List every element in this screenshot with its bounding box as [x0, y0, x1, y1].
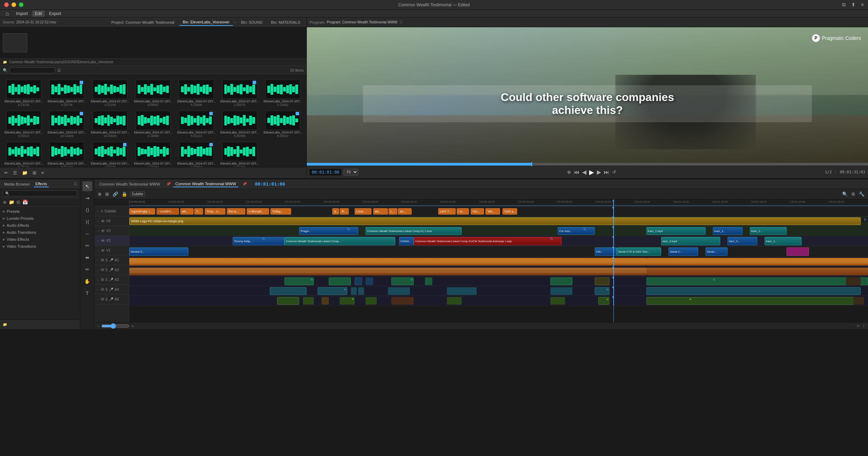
solo-icon[interactable]: S — [105, 288, 108, 291]
subtitle-clip-18[interactable]: 'We... — [485, 208, 500, 215]
list-item[interactable]: ElevenLabs_2024-07-25T... 5:01192 — [46, 140, 88, 167]
list-item[interactable]: ElevenLabs_2024-07-25T... 4:18735 — [46, 78, 88, 108]
text-tool-button[interactable]: T — [82, 288, 92, 298]
effects-grid-icon[interactable]: ⊞ — [16, 200, 20, 205]
add-marker-icon[interactable]: ⊕ — [567, 169, 571, 175]
mute-icon[interactable]: M — [101, 288, 104, 291]
video-clip-v3-6[interactable]: Kam_1... — [750, 227, 787, 235]
audio-clip-a3-6[interactable] — [425, 277, 432, 285]
ripple-edit-tool-button[interactable]: ⟨⟩ — [82, 205, 92, 215]
mute-icon[interactable]: M — [101, 278, 104, 282]
audio-clip-a1-1[interactable] — [129, 258, 646, 266]
subtitle-clip-8[interactable]: Today... — [270, 208, 291, 215]
video-clip-v3-5[interactable]: Kam_1... — [713, 227, 743, 235]
audio-input-icon[interactable]: 🎤 — [109, 297, 113, 301]
timeline-tab-seq1[interactable]: Common Wealth Testimonial WWW — [97, 181, 162, 187]
share-icon[interactable]: ⬆ — [851, 2, 855, 8]
mute-icon[interactable]: M — [101, 258, 104, 262]
effects-folder-icon[interactable]: 📁 — [9, 200, 14, 205]
audio-input-icon[interactable]: 🎤 — [109, 288, 113, 291]
pen-tool-button[interactable]: ✏ — [82, 265, 92, 274]
program-panel-menu[interactable]: ☰ — [399, 20, 403, 24]
track-select-tool-button[interactable]: ⇥ — [82, 193, 92, 203]
subtitle-clip-15[interactable]: Let's T... — [438, 208, 456, 215]
program-timecode[interactable]: 00:01:01:06 — [310, 169, 341, 175]
subtitle-clip-7[interactable]: A disrupti... — [247, 208, 269, 215]
audio-clip-a5-6[interactable] — [391, 297, 413, 305]
timeline-caption-btn[interactable]: Subtitle — [130, 191, 145, 197]
source-pencil-icon[interactable]: ✏ — [3, 169, 9, 176]
audio-clip-a4-2[interactable]: fx — [318, 287, 347, 295]
effects-calendar-icon[interactable]: 📅 — [22, 200, 28, 205]
frame-forward-icon[interactable]: ▶ — [597, 169, 601, 175]
frame-back-icon[interactable]: ◀ — [582, 169, 586, 175]
list-item[interactable]: ElevenLabs_2024-07-25T... 5:23130 — [3, 140, 45, 167]
source-folder-icon[interactable]: 📁 — [21, 169, 29, 176]
video-clip-v2-6[interactable]: kam_3... — [728, 237, 757, 245]
list-item[interactable]: ElevenLabs_2024-07-25T... 1:21713 — [219, 140, 261, 167]
subtitle-clip-2[interactable]: I couldn't... — [157, 208, 179, 215]
audio-clip-a4-5[interactable] — [388, 287, 410, 295]
subtitle-clip-5[interactable]: Tony... o... — [205, 208, 225, 215]
effects-panel-menu[interactable]: ☰ — [74, 182, 77, 186]
mute-icon[interactable]: M — [101, 268, 104, 272]
import-menu-item[interactable]: Import — [13, 10, 31, 17]
minimize-button[interactable] — [12, 2, 16, 7]
timeline-settings-icon[interactable]: ⚙ — [851, 191, 856, 197]
timeline-tab-pin2[interactable]: 📌 — [243, 182, 247, 186]
audio-clip-a5-2[interactable] — [303, 297, 314, 305]
tab-effects[interactable]: Effects — [34, 181, 48, 187]
subtitle-clip-17[interactable]: You... — [471, 208, 484, 215]
zoom-in-icon[interactable]: + — [131, 324, 133, 328]
audio-clip-a4-9[interactable] — [646, 287, 861, 295]
timeline-ruler[interactable]: 00:00:00:00 00:00:05:00 00:00:10:00 00:0… — [129, 200, 868, 207]
effects-category-presets[interactable]: ▶ Presets — [0, 208, 80, 215]
audio-clip-a3-3[interactable] — [355, 277, 362, 285]
audio-clip-a5-end[interactable] — [853, 297, 865, 305]
video-clip-v2-4[interactable]: Common Wealth Testimonial Linked Comp 01… — [414, 237, 562, 245]
audio-input-icon[interactable]: 🎤 — [109, 258, 113, 262]
audio-clip-a4-8[interactable]: fx — [595, 287, 609, 295]
hand-tool-button[interactable]: ✋ — [82, 276, 92, 286]
slip-tool-button[interactable]: ⬌ — [82, 253, 92, 262]
audio-clip-a3-4[interactable] — [366, 277, 373, 285]
list-item[interactable]: ElevenLabs_2024-07-25T... 8:28232 — [262, 109, 304, 139]
solo-icon[interactable]: S — [105, 278, 108, 282]
new-folder-icon[interactable]: 📁 — [3, 323, 7, 326]
subtitle-clip-12[interactable]: we... — [373, 208, 388, 215]
source-zoom-icon[interactable]: ⊞ — [31, 169, 38, 176]
effects-category-lumetri[interactable]: ▶ Lumetri Presets — [0, 215, 80, 222]
video-clip-v3-4[interactable]: Kam_1.mp4 — [646, 227, 706, 235]
effects-category-video-transitions[interactable]: ▶ Video Transitions — [0, 243, 80, 250]
eye-icon[interactable]: 👁 — [101, 229, 105, 233]
timeline-timecode[interactable]: 00:01:01:06 — [255, 181, 285, 187]
subtitle-clip-6[interactable]: the w... — [227, 208, 245, 215]
source-menu-icon[interactable]: ≡ — [40, 169, 45, 176]
list-item[interactable]: ElevenLabs_2024-07-25T... 5:23800 — [175, 78, 217, 108]
list-item[interactable]: ElevenLabs_2024-07-25T... 10:03539 — [89, 109, 131, 139]
audio-clip-a4-6[interactable] — [447, 287, 477, 295]
fullscreen-icon[interactable]: ⧉ — [842, 2, 846, 8]
list-item[interactable]: ElevenLabs_2024-07-25T... 1:22867 — [175, 140, 217, 167]
list-item[interactable]: ElevenLabs_2024-07-25T... 5:30058 — [219, 109, 261, 139]
timeline-lock-icon[interactable]: 🔒 — [121, 191, 128, 197]
subtitle-clip-19[interactable]: 'Ooh a... — [502, 208, 517, 215]
effects-category-audio-effects[interactable]: ▶ Audio Effects — [0, 222, 80, 229]
audio-clip-a1-2[interactable] — [646, 258, 868, 266]
audio-clip-a5-7[interactable] — [447, 297, 462, 305]
play-button[interactable]: ▶ — [589, 168, 594, 176]
audio-clip-a5-1[interactable] — [277, 297, 299, 305]
audio-input-icon[interactable]: 🎤 — [109, 268, 113, 272]
edit-menu-item[interactable]: Edit — [32, 10, 45, 17]
video-clip-v2-1[interactable]: Tommy Kelly... — [233, 237, 284, 245]
list-item[interactable]: ElevenLabs_2024-07-25T... 4:22199 — [89, 78, 131, 108]
solo-icon[interactable]: S — [105, 297, 108, 301]
solo-icon[interactable]: S — [105, 268, 108, 272]
fit-select[interactable]: Fit — [343, 169, 358, 175]
zoom-slider[interactable] — [101, 323, 129, 329]
effects-search-input[interactable] — [3, 190, 77, 196]
audio-input-icon[interactable]: 🎤 — [109, 278, 113, 282]
eye-icon[interactable]: 👁 — [101, 248, 105, 253]
eye-icon[interactable]: 👁 — [101, 219, 105, 223]
audio-clip-a3-2[interactable] — [329, 277, 351, 285]
